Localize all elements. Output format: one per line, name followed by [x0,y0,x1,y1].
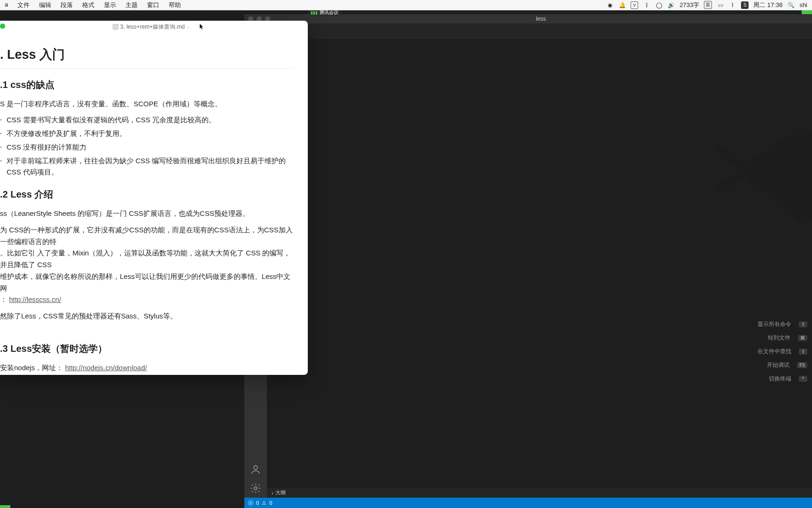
account-icon[interactable] [250,464,261,475]
error-icon[interactable]: ⓧ [248,500,253,507]
chevron-down-icon[interactable]: ⌄ [187,24,190,29]
user-menu[interactable]: shi [799,1,807,8]
menu-view[interactable]: 显示 [99,1,121,9]
paragraph: ss（LeanerStyle Sheets 的缩写）是一门 CSS扩展语言，也成… [0,208,294,220]
cmd-key: ^ [799,376,807,382]
menu-window[interactable]: 窗口 [142,1,164,9]
cmd-goto-file: 转到文件 ⌘ [685,331,807,345]
link-nodejs[interactable]: http://nodejs.cn/download/ [65,364,147,372]
menu-theme[interactable]: 主题 [121,1,142,9]
gear-icon[interactable] [250,483,261,494]
warning-count: 0 [269,500,272,506]
list-item: 不方便修改维护及扩展，不利于复用。 [0,128,294,140]
volume-icon[interactable]: 🔊 [667,1,675,9]
macos-menubar: a 文件 编辑 段落 格式 显示 主题 窗口 帮助 ◉ 🔔 V ᛒ ◯ 🔊 27… [0,0,812,10]
vscode-window: less ⋯ 显示所有命令 ⇧ 转到文件 ⌘ 在文件中查找 ⇧ 开始调试 F5 [244,14,812,508]
outline-label: 大纲 [275,489,286,496]
circle-icon[interactable]: ◯ [655,1,663,9]
paragraph: 安装nodejs，网址： http://nodejs.cn/download/ [0,362,294,374]
heading-2-css-cons: .1 css的缺点 [0,77,294,93]
vscode-editor-area: 显示所有命令 ⇧ 转到文件 ⌘ 在文件中查找 ⇧ 开始调试 F5 切换终端 ^ [244,40,812,508]
menubar-left: a 文件 编辑 段落 格式 显示 主题 窗口 帮助 [0,1,186,9]
cmd-label: 显示所有命令 [757,320,791,328]
text: ： [0,295,7,303]
warning-icon[interactable]: ⚠ [262,500,266,506]
svg-point-1 [254,487,257,490]
filename-text: 3. less+rem+媒体查询.md [120,23,185,31]
cmd-key: ⌘ [798,335,807,341]
bell-icon[interactable]: 🔔 [618,1,626,9]
paragraph: 为 CSS的一种形式的扩展，它并没有减少CSS的功能，而是在现有的CSS语法上，… [0,224,294,306]
cmd-key: ⇧ [799,349,807,355]
menu-help[interactable]: 帮助 [164,1,186,9]
display-icon[interactable]: ▭ [717,1,724,9]
green-accent-bar [0,505,10,508]
menu-paragraph[interactable]: 段落 [56,1,78,9]
wifi-icon[interactable]: ⌇ [729,1,736,9]
cmd-key: ⇧ [799,321,807,327]
file-icon [113,24,118,30]
menu-edit[interactable]: 编辑 [34,1,56,9]
cmd-find-in-files: 在文件中查找 ⇧ [685,345,807,358]
vscode-statusbar: ⓧ 0 ⚠ 0 [244,498,812,508]
cmd-label: 在文件中查找 [757,348,791,356]
menu-format[interactable]: 格式 [78,1,99,9]
record-icon[interactable]: ◉ [606,1,614,9]
typora-titlebar: 3. less+rem+媒体查询.md ⌄ [0,21,308,31]
menubar-right: ◉ 🔔 V ᛒ ◯ 🔊 2733字 英 ▭ ⌇ S 周二 17:36 🔍 shi [606,1,812,9]
paragraph: 然除了Less，CSS常见的预处理器还有Sass、Stylus等。 [0,310,294,322]
max-dot[interactable] [0,24,5,29]
text: 。比如它引 入了变量，Mixin（混入），运算以及函数等功能，这就大大简化了 C… [0,249,290,269]
heading-2-less-intro: .2 Less 介绍 [0,187,294,202]
heading-2-less-install: .3 Less安装（暂时选学） [0,341,294,357]
spotlight-icon[interactable]: 🔍 [787,1,795,9]
meeting-label: 腾讯会议 [320,9,338,16]
list-item: 对于非前端工程师来讲，往往会因为缺少 CSS 编写经验而很难写出组织良好且易于维… [0,155,294,179]
cmd-toggle-terminal: 切换终端 ^ [685,372,807,386]
text: 为 CSS的一种形式的扩展，它并没有减少CSS的功能，而是在现有的CSS语法上，… [0,226,293,246]
text: 维护成本，就像它的名称所说的那样，Less可以让我们用更少的代码做更多的事情。L… [0,272,290,292]
list-item: CSS 需要书写大量看似没有逻辑的代码，CSS 冗余度是比较高的。 [0,114,294,126]
heading-1: . Less 入门 [0,44,294,69]
signal-icon: ▮▮▮ [311,10,318,15]
menu-file[interactable]: 文件 [13,1,34,9]
cmd-label: 切换终端 [769,375,791,383]
clock[interactable]: 周二 17:36 [753,1,782,9]
vscode-title: less [273,16,808,22]
svg-point-0 [254,466,258,469]
vscode-logo-watermark [709,115,812,237]
text: 安装nodejs，网址： [0,364,63,372]
link-lesscss[interactable]: http://lesscss.cn/ [9,295,61,303]
typora-filename[interactable]: 3. less+rem+媒体查询.md ⌄ [113,23,190,31]
menu-app[interactable]: a [0,1,13,9]
v-icon[interactable]: V [631,1,638,9]
cmd-key: F5 [797,362,807,368]
typora-traffic-lights[interactable] [0,24,5,29]
ime-indicator[interactable]: 英 [704,1,712,9]
vscode-outline-panel[interactable]: › 大纲 [267,487,812,498]
list: CSS 需要书写大量看似没有逻辑的代码，CSS 冗余度是比较高的。 不方便修改维… [0,114,294,178]
char-count[interactable]: 2733字 [679,1,699,9]
s-icon[interactable]: S [741,1,749,9]
tencent-meeting-bar[interactable]: ▮▮▮ 腾讯会议 [309,9,340,16]
vscode-command-hints: 显示所有命令 ⇧ 转到文件 ⌘ 在文件中查找 ⇧ 开始调试 F5 切换终端 ^ [685,318,807,386]
error-count: 0 [256,500,259,506]
typora-window: 3. less+rem+媒体查询.md ⌄ . Less 入门 .1 css的缺… [0,21,308,375]
cmd-label: 转到文件 [768,334,790,342]
cmd-show-all: 显示所有命令 ⇧ [685,318,807,331]
chevron-right-icon: › [272,490,273,496]
list-item: CSS 没有很好的计算能力 [0,142,294,153]
cmd-start-debug: 开始调试 F5 [685,358,807,372]
bluetooth-icon[interactable]: ᛒ [643,1,650,9]
paragraph: S 是一门非程序式语言，没有变量、函数、SCOPE（作用域）等概念。 [0,98,294,110]
vscode-tabbar: ⋯ [244,24,812,40]
cmd-label: 开始调试 [767,361,789,369]
typora-editor[interactable]: . Less 入门 .1 css的缺点 S 是一门非程序式语言，没有变量、函数、… [0,31,308,375]
